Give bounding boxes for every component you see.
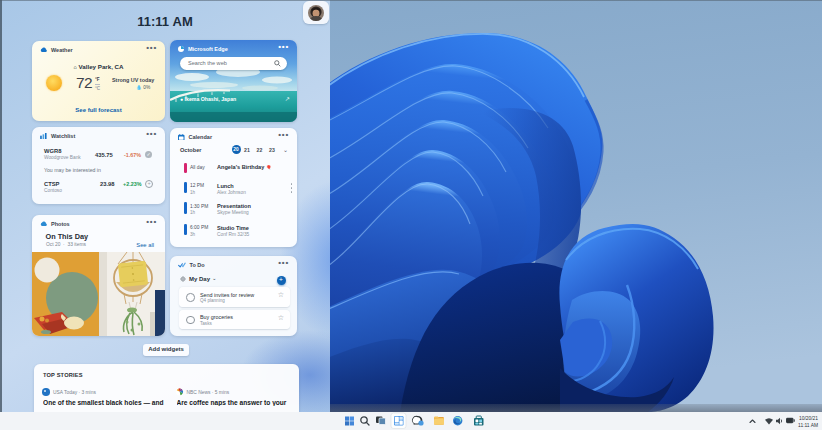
svg-text:10/20/21: 10/20/21 xyxy=(799,416,818,421)
svg-text:11:11 AM: 11:11 AM xyxy=(798,423,818,428)
